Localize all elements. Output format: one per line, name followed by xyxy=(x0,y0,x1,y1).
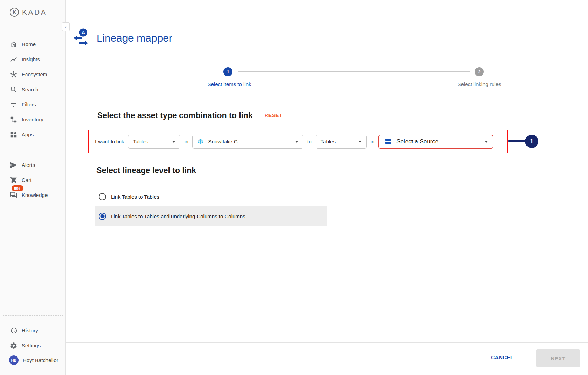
sidebar-item-label: Filters xyxy=(22,101,36,107)
avatar: HB xyxy=(9,355,19,365)
asset-combination-section-header: Select the asset type combination to lin… xyxy=(97,111,282,120)
lineage-level-heading: Select lineage level to link xyxy=(96,166,196,175)
sidebar-item-filters[interactable]: Filters xyxy=(0,97,65,112)
lineage-mapper-icon: A xyxy=(73,28,89,48)
sidebar-item-inventory[interactable]: Inventory xyxy=(0,112,65,127)
next-button[interactable]: NEXT xyxy=(536,349,580,367)
step-2-label: Select linking rules xyxy=(457,81,501,87)
sidebar-item-history[interactable]: History xyxy=(0,323,65,338)
main-content: A Lineage mapper 1 2 Select items to lin… xyxy=(66,0,588,375)
history-icon xyxy=(10,327,17,334)
tree-icon xyxy=(10,116,17,123)
sidebar-divider xyxy=(3,27,63,27)
knowledge-count-badge: 99+ xyxy=(12,185,23,191)
sidebar-item-knowledge[interactable]: 99+ Knowledge xyxy=(0,188,65,203)
sidebar-divider xyxy=(3,150,63,150)
trending-up-icon xyxy=(10,56,17,63)
target-asset-type-select[interactable]: Tables xyxy=(316,135,367,149)
sidebar-item-label: Knowledge xyxy=(22,192,48,198)
phrase-in-2: in xyxy=(371,139,375,144)
sidebar-item-label: Ecosystem xyxy=(22,71,47,77)
send-icon xyxy=(10,161,17,169)
chat-bubbles-icon xyxy=(10,191,17,199)
home-icon xyxy=(10,41,17,48)
sidebar-item-label: Cart xyxy=(22,177,31,183)
sidebar-item-ecosystem[interactable]: Ecosystem xyxy=(0,67,65,82)
lineage-option-tables-and-columns[interactable]: Link Tables to Tables and underlying Col… xyxy=(95,206,327,226)
radio-option-label: Link Tables to Tables xyxy=(111,194,159,200)
chevron-down-icon xyxy=(295,141,299,143)
phrase-lead: I want to link xyxy=(95,139,124,144)
sidebar-item-insights[interactable]: Insights xyxy=(0,52,65,67)
cancel-button[interactable]: CANCEL xyxy=(485,354,520,360)
annotation-connector-line xyxy=(508,140,526,142)
kada-logo-icon: K xyxy=(10,8,19,17)
sidebar-item-search[interactable]: Search xyxy=(0,82,65,97)
phrase-in: in xyxy=(184,139,188,144)
select-placeholder: Select a Source xyxy=(396,138,438,145)
source-system-select[interactable]: ❄ Snowflake C xyxy=(192,135,303,149)
sidebar-user[interactable]: HB Hoyt Batchellor xyxy=(0,353,65,368)
step-1-label: Select items to link xyxy=(207,81,251,87)
chevron-down-icon xyxy=(172,141,175,143)
select-value: Tables xyxy=(133,139,148,144)
sidebar-nav-secondary: Alerts Cart 99+ Knowledge xyxy=(0,157,65,203)
stepper-connector xyxy=(238,71,470,72)
sidebar-item-label: Inventory xyxy=(22,116,43,122)
annotation-1-marker: 1 xyxy=(525,135,538,148)
cart-icon xyxy=(10,176,17,184)
sidebar-item-apps[interactable]: Apps xyxy=(0,127,65,142)
radio-checked-icon[interactable] xyxy=(99,213,106,220)
sidebar-item-label: Home xyxy=(22,41,36,47)
snowflake-icon: ❄ xyxy=(197,138,203,146)
reset-button[interactable]: RESET xyxy=(265,113,282,118)
asset-combination-heading: Select the asset type combination to lin… xyxy=(97,111,253,120)
brand-name: KADA xyxy=(22,8,47,16)
search-icon xyxy=(10,86,17,93)
chevron-left-icon: ‹ xyxy=(65,24,67,30)
sidebar-nav-bottom: History Settings xyxy=(0,323,65,353)
select-value: Snowflake C xyxy=(208,139,238,144)
chevron-down-icon xyxy=(485,141,488,143)
sidebar-collapse-button[interactable]: ‹ xyxy=(62,22,70,31)
sidebar-item-settings[interactable]: Settings xyxy=(0,338,65,353)
sidebar-item-label: Settings xyxy=(22,342,41,348)
sidebar-item-label: Apps xyxy=(22,132,34,137)
radio-option-label: Link Tables to Tables and underlying Col… xyxy=(111,213,245,219)
sidebar-nav-main: Home Insights Ecosystem Search Filters I… xyxy=(0,37,65,142)
sidebar-item-alerts[interactable]: Alerts xyxy=(0,157,65,172)
svg-text:A: A xyxy=(81,30,85,35)
sidebar-item-label: Search xyxy=(22,86,38,92)
gear-icon xyxy=(10,342,17,349)
asset-combination-highlight-box: I want to link Tables in ❄ Snowflake C t… xyxy=(88,130,508,153)
step-2-indicator: 2 xyxy=(475,67,484,76)
sidebar: K KADA ‹ Home Insights Ecosystem Search … xyxy=(0,0,66,375)
source-asset-type-select[interactable]: Tables xyxy=(128,135,180,149)
select-value: Tables xyxy=(321,139,336,144)
chevron-down-icon xyxy=(358,141,362,143)
sidebar-item-label: History xyxy=(22,327,38,333)
footer-divider xyxy=(66,342,588,343)
sidebar-item-home[interactable]: Home xyxy=(0,37,65,52)
sidebar-item-label: Insights xyxy=(22,56,40,62)
radio-unchecked-icon[interactable] xyxy=(99,193,106,200)
lineage-level-radio-group: Link Tables to Tables Link Tables to Tab… xyxy=(95,189,327,226)
sidebar-item-cart[interactable]: Cart xyxy=(0,172,65,188)
page-title: Lineage mapper xyxy=(96,32,172,44)
kada-logo: K KADA xyxy=(10,8,47,17)
filter-icon xyxy=(10,101,17,108)
page-header: A Lineage mapper xyxy=(73,28,172,48)
apps-grid-icon xyxy=(10,131,17,139)
phrase-to: to xyxy=(307,139,312,144)
user-name: Hoyt Batchellor xyxy=(23,357,58,363)
sidebar-item-label: Alerts xyxy=(22,162,35,168)
lineage-option-tables-to-tables[interactable]: Link Tables to Tables xyxy=(95,189,327,205)
hub-icon xyxy=(10,71,17,78)
step-1-indicator: 1 xyxy=(223,67,232,76)
target-system-select[interactable]: Select a Source xyxy=(378,135,493,149)
sidebar-divider xyxy=(3,315,63,316)
source-database-icon xyxy=(383,137,392,146)
